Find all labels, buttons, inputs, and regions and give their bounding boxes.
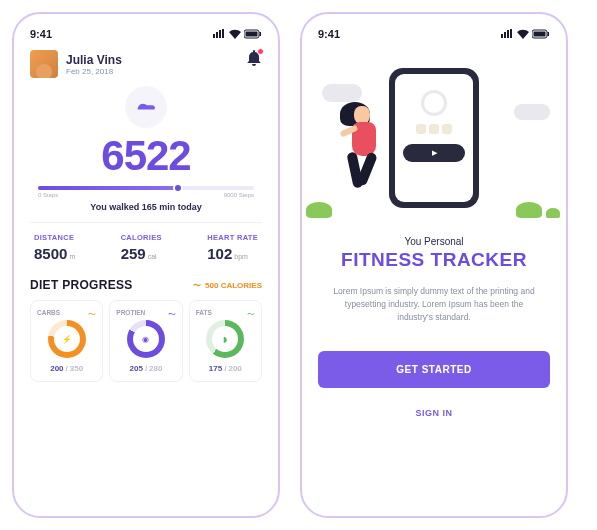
- status-bar: 9:41: [318, 28, 550, 40]
- cloud-icon: [514, 104, 550, 120]
- shoe-icon: [136, 100, 156, 114]
- header: Julia Vins Feb 25, 2018: [30, 50, 262, 78]
- hero-illustration: ▶: [314, 58, 554, 218]
- step-count: 6522: [30, 132, 262, 180]
- trend-up-icon: 〜: [88, 309, 96, 320]
- onboarding-screen: 9:41 ▶ You Personal FITNESS TRACKER Lore…: [300, 12, 568, 518]
- stat-label: CALORIES: [121, 233, 162, 242]
- stat-distance[interactable]: DISTANCE 8500m: [34, 233, 75, 262]
- svg-rect-2: [260, 32, 262, 36]
- sign-in-button[interactable]: SIGN IN: [318, 398, 550, 428]
- status-bar: 9:41: [30, 28, 262, 40]
- diet-card-fats[interactable]: FATS 〜 ◗ 175/200: [189, 300, 262, 382]
- stat-calories[interactable]: CALORIES 259cal: [121, 233, 162, 262]
- stat-heart[interactable]: HEART RATE 102bpm: [207, 233, 258, 262]
- runner-illustration: [332, 98, 394, 218]
- svg-rect-4: [534, 32, 546, 37]
- diet-card-carbs[interactable]: CARBS 〜 ⚡ 200/350: [30, 300, 103, 382]
- onboard-title: FITNESS TRACKER: [318, 249, 550, 271]
- progress-labels: 0 Steps 9000 Steps: [38, 192, 254, 198]
- user-name: Julia Vins: [66, 53, 122, 67]
- step-progress[interactable]: [38, 186, 254, 190]
- status-icons: [212, 29, 262, 39]
- trend-up-icon: 〜: [168, 309, 176, 320]
- trend-icon: 〜: [193, 281, 201, 290]
- progress-max: 9000 Steps: [224, 192, 254, 198]
- moon-icon: ◗: [212, 326, 238, 352]
- compass-icon: ◉: [133, 326, 159, 352]
- bush-icon: [546, 208, 560, 218]
- diet-cards: CARBS 〜 ⚡ 200/350 PROTIEN 〜 ◉ 205/280 FA…: [30, 300, 262, 382]
- onboard-subtitle: You Personal: [318, 236, 550, 247]
- notification-dot: [257, 48, 264, 55]
- step-icon-circle: [125, 86, 167, 128]
- user-date: Feb 25, 2018: [66, 67, 122, 76]
- stats-row: DISTANCE 8500m CALORIES 259cal HEART RAT…: [30, 222, 262, 272]
- walk-message: You walked 165 min today: [30, 202, 262, 212]
- dashboard-screen: 9:41 Julia Vins Feb 25, 2018 6522 0 Step…: [12, 12, 280, 518]
- svg-rect-5: [548, 32, 550, 36]
- onboard-description: Lorem Ipsum is simply dummy text of the …: [328, 285, 540, 323]
- bush-icon: [516, 202, 542, 218]
- user-block[interactable]: Julia Vins Feb 25, 2018: [30, 50, 122, 78]
- diet-card-protein[interactable]: PROTIEN 〜 ◉ 205/280: [109, 300, 182, 382]
- progress-min: 0 Steps: [38, 192, 58, 198]
- phone-mockup: ▶: [389, 68, 479, 208]
- avatar: [30, 50, 58, 78]
- diet-calories: 〜500 CALORIES: [193, 280, 262, 291]
- trend-down-icon: 〜: [247, 309, 255, 320]
- stat-label: DISTANCE: [34, 233, 75, 242]
- diet-title: DIET PROGRESS: [30, 278, 133, 292]
- bolt-icon: ⚡: [54, 326, 80, 352]
- notifications-button[interactable]: [246, 50, 262, 70]
- diet-header: DIET PROGRESS 〜500 CALORIES: [30, 278, 262, 292]
- get-started-button[interactable]: GET STARTED: [318, 351, 550, 388]
- stat-label: HEART RATE: [207, 233, 258, 242]
- status-time: 9:41: [30, 28, 52, 40]
- status-icons: [500, 29, 550, 39]
- status-time: 9:41: [318, 28, 340, 40]
- svg-rect-1: [246, 32, 258, 37]
- play-icon: ▶: [403, 144, 465, 162]
- bush-icon: [306, 202, 332, 218]
